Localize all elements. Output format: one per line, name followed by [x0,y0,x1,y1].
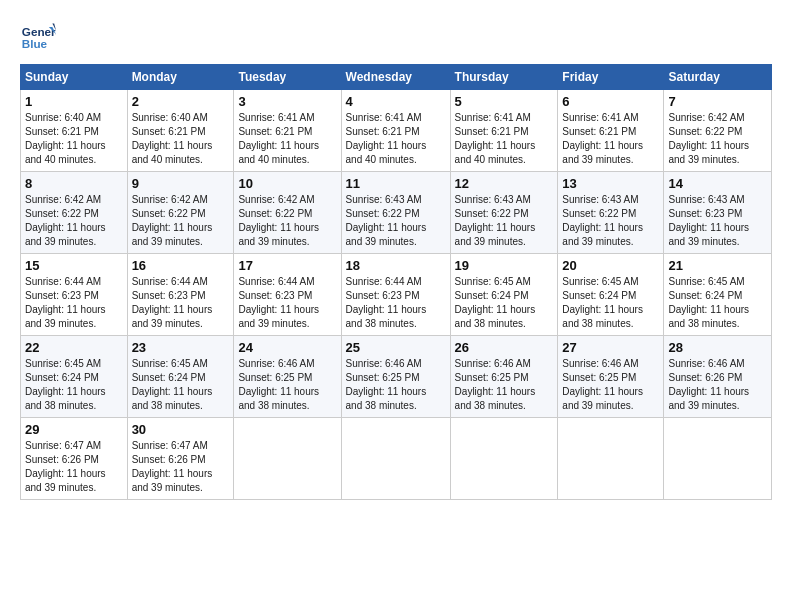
calendar-day-cell [450,418,558,500]
day-number: 17 [238,258,336,273]
calendar-day-cell: 26 Sunrise: 6:46 AM Sunset: 6:25 PM Dayl… [450,336,558,418]
day-info: Sunrise: 6:45 AM Sunset: 6:24 PM Dayligh… [132,357,230,413]
calendar-week-row: 15 Sunrise: 6:44 AM Sunset: 6:23 PM Dayl… [21,254,772,336]
calendar-day-cell: 16 Sunrise: 6:44 AM Sunset: 6:23 PM Dayl… [127,254,234,336]
calendar-day-cell: 8 Sunrise: 6:42 AM Sunset: 6:22 PM Dayli… [21,172,128,254]
day-info: Sunrise: 6:45 AM Sunset: 6:24 PM Dayligh… [668,275,767,331]
day-number: 10 [238,176,336,191]
calendar-day-cell: 3 Sunrise: 6:41 AM Sunset: 6:21 PM Dayli… [234,90,341,172]
day-number: 1 [25,94,123,109]
day-info: Sunrise: 6:44 AM Sunset: 6:23 PM Dayligh… [25,275,123,331]
day-number: 18 [346,258,446,273]
day-info: Sunrise: 6:43 AM Sunset: 6:22 PM Dayligh… [562,193,659,249]
day-number: 22 [25,340,123,355]
calendar-day-cell: 15 Sunrise: 6:44 AM Sunset: 6:23 PM Dayl… [21,254,128,336]
day-number: 6 [562,94,659,109]
day-info: Sunrise: 6:44 AM Sunset: 6:23 PM Dayligh… [238,275,336,331]
calendar-day-cell: 22 Sunrise: 6:45 AM Sunset: 6:24 PM Dayl… [21,336,128,418]
day-info: Sunrise: 6:47 AM Sunset: 6:26 PM Dayligh… [25,439,123,495]
day-info: Sunrise: 6:46 AM Sunset: 6:26 PM Dayligh… [668,357,767,413]
day-number: 30 [132,422,230,437]
calendar-day-cell: 7 Sunrise: 6:42 AM Sunset: 6:22 PM Dayli… [664,90,772,172]
calendar-day-cell [558,418,664,500]
day-number: 21 [668,258,767,273]
day-info: Sunrise: 6:43 AM Sunset: 6:23 PM Dayligh… [668,193,767,249]
calendar-body: 1 Sunrise: 6:40 AM Sunset: 6:21 PM Dayli… [21,90,772,500]
weekday-header: Sunday [21,65,128,90]
weekday-header: Friday [558,65,664,90]
calendar-day-cell: 1 Sunrise: 6:40 AM Sunset: 6:21 PM Dayli… [21,90,128,172]
day-number: 11 [346,176,446,191]
day-number: 4 [346,94,446,109]
calendar-day-cell: 19 Sunrise: 6:45 AM Sunset: 6:24 PM Dayl… [450,254,558,336]
day-info: Sunrise: 6:45 AM Sunset: 6:24 PM Dayligh… [25,357,123,413]
weekday-header: Saturday [664,65,772,90]
day-info: Sunrise: 6:42 AM Sunset: 6:22 PM Dayligh… [668,111,767,167]
day-info: Sunrise: 6:40 AM Sunset: 6:21 PM Dayligh… [132,111,230,167]
calendar-week-row: 22 Sunrise: 6:45 AM Sunset: 6:24 PM Dayl… [21,336,772,418]
day-number: 9 [132,176,230,191]
day-number: 20 [562,258,659,273]
weekday-header: Tuesday [234,65,341,90]
calendar-day-cell: 2 Sunrise: 6:40 AM Sunset: 6:21 PM Dayli… [127,90,234,172]
day-number: 16 [132,258,230,273]
calendar-day-cell: 5 Sunrise: 6:41 AM Sunset: 6:21 PM Dayli… [450,90,558,172]
day-number: 26 [455,340,554,355]
day-info: Sunrise: 6:41 AM Sunset: 6:21 PM Dayligh… [562,111,659,167]
calendar-day-cell: 24 Sunrise: 6:46 AM Sunset: 6:25 PM Dayl… [234,336,341,418]
calendar-day-cell: 14 Sunrise: 6:43 AM Sunset: 6:23 PM Dayl… [664,172,772,254]
day-info: Sunrise: 6:45 AM Sunset: 6:24 PM Dayligh… [562,275,659,331]
calendar-day-cell [341,418,450,500]
calendar-day-cell: 20 Sunrise: 6:45 AM Sunset: 6:24 PM Dayl… [558,254,664,336]
calendar-header-row: SundayMondayTuesdayWednesdayThursdayFrid… [21,65,772,90]
calendar-week-row: 8 Sunrise: 6:42 AM Sunset: 6:22 PM Dayli… [21,172,772,254]
calendar-day-cell [664,418,772,500]
day-number: 28 [668,340,767,355]
day-number: 2 [132,94,230,109]
calendar-day-cell: 25 Sunrise: 6:46 AM Sunset: 6:25 PM Dayl… [341,336,450,418]
calendar-day-cell: 4 Sunrise: 6:41 AM Sunset: 6:21 PM Dayli… [341,90,450,172]
logo-icon: General Blue [20,18,56,54]
calendar-week-row: 29 Sunrise: 6:47 AM Sunset: 6:26 PM Dayl… [21,418,772,500]
day-number: 13 [562,176,659,191]
calendar-day-cell: 28 Sunrise: 6:46 AM Sunset: 6:26 PM Dayl… [664,336,772,418]
day-number: 25 [346,340,446,355]
day-info: Sunrise: 6:45 AM Sunset: 6:24 PM Dayligh… [455,275,554,331]
day-number: 8 [25,176,123,191]
header: General Blue [20,18,772,54]
day-info: Sunrise: 6:43 AM Sunset: 6:22 PM Dayligh… [346,193,446,249]
day-number: 19 [455,258,554,273]
day-info: Sunrise: 6:46 AM Sunset: 6:25 PM Dayligh… [455,357,554,413]
calendar-day-cell: 27 Sunrise: 6:46 AM Sunset: 6:25 PM Dayl… [558,336,664,418]
day-number: 7 [668,94,767,109]
day-info: Sunrise: 6:42 AM Sunset: 6:22 PM Dayligh… [132,193,230,249]
calendar-day-cell: 30 Sunrise: 6:47 AM Sunset: 6:26 PM Dayl… [127,418,234,500]
day-info: Sunrise: 6:47 AM Sunset: 6:26 PM Dayligh… [132,439,230,495]
svg-text:Blue: Blue [22,37,48,50]
day-info: Sunrise: 6:44 AM Sunset: 6:23 PM Dayligh… [132,275,230,331]
calendar-day-cell: 10 Sunrise: 6:42 AM Sunset: 6:22 PM Dayl… [234,172,341,254]
day-info: Sunrise: 6:41 AM Sunset: 6:21 PM Dayligh… [455,111,554,167]
calendar-day-cell: 18 Sunrise: 6:44 AM Sunset: 6:23 PM Dayl… [341,254,450,336]
day-number: 27 [562,340,659,355]
page: General Blue SundayMondayTuesdayWednesda… [0,0,792,612]
weekday-header: Monday [127,65,234,90]
day-info: Sunrise: 6:40 AM Sunset: 6:21 PM Dayligh… [25,111,123,167]
day-number: 12 [455,176,554,191]
day-info: Sunrise: 6:42 AM Sunset: 6:22 PM Dayligh… [25,193,123,249]
calendar-day-cell: 6 Sunrise: 6:41 AM Sunset: 6:21 PM Dayli… [558,90,664,172]
calendar-day-cell: 9 Sunrise: 6:42 AM Sunset: 6:22 PM Dayli… [127,172,234,254]
day-info: Sunrise: 6:46 AM Sunset: 6:25 PM Dayligh… [238,357,336,413]
calendar-day-cell: 29 Sunrise: 6:47 AM Sunset: 6:26 PM Dayl… [21,418,128,500]
weekday-header: Thursday [450,65,558,90]
day-info: Sunrise: 6:43 AM Sunset: 6:22 PM Dayligh… [455,193,554,249]
calendar-day-cell: 11 Sunrise: 6:43 AM Sunset: 6:22 PM Dayl… [341,172,450,254]
calendar-table: SundayMondayTuesdayWednesdayThursdayFrid… [20,64,772,500]
day-info: Sunrise: 6:41 AM Sunset: 6:21 PM Dayligh… [346,111,446,167]
logo: General Blue [20,18,56,54]
calendar-day-cell [234,418,341,500]
day-number: 15 [25,258,123,273]
calendar-week-row: 1 Sunrise: 6:40 AM Sunset: 6:21 PM Dayli… [21,90,772,172]
calendar-day-cell: 17 Sunrise: 6:44 AM Sunset: 6:23 PM Dayl… [234,254,341,336]
day-number: 5 [455,94,554,109]
